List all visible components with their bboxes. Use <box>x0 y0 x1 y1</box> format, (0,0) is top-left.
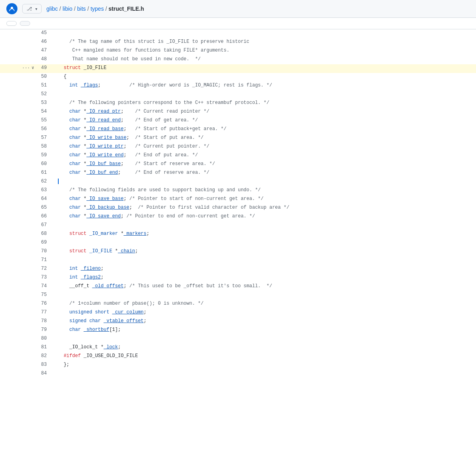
line-number[interactable]: 51 <box>36 82 52 90</box>
line-number[interactable]: 62 <box>36 178 52 186</box>
line-number[interactable]: 79 <box>36 326 52 335</box>
line-number[interactable]: 77 <box>36 309 52 317</box>
line-meta-cell <box>0 274 36 282</box>
line-number[interactable]: 49 <box>36 64 52 73</box>
line-meta-cell <box>0 248 36 256</box>
breadcrumb-sep-1: / <box>60 6 61 12</box>
line-number[interactable]: 56 <box>36 125 52 134</box>
line-meta-cell <box>0 239 36 248</box>
line-meta-cell <box>0 178 36 186</box>
line-number[interactable]: 63 <box>36 186 52 195</box>
line-number[interactable]: 69 <box>36 239 52 248</box>
line-number[interactable]: 58 <box>36 143 52 152</box>
line-code: }; <box>52 361 476 370</box>
line-number[interactable]: 60 <box>36 160 52 169</box>
line-meta-cell <box>0 317 36 326</box>
code-tab[interactable] <box>6 21 17 26</box>
line-code: _IO_lock_t *_lock; <box>52 344 476 352</box>
line-meta-cell <box>0 265 36 274</box>
line-number[interactable]: 80 <box>36 335 52 344</box>
line-code: C++ mangled names for functions taking F… <box>52 47 476 56</box>
table-row: 71 <box>0 256 476 265</box>
table-row: 66 char *_IO_save_end; /* Pointer to end… <box>0 213 476 221</box>
line-code: signed char _vtable_offset; <box>52 317 476 326</box>
line-number[interactable]: 68 <box>36 230 52 239</box>
line-meta-cell <box>0 361 36 370</box>
line-number[interactable]: 50 <box>36 73 52 82</box>
line-number[interactable]: 47 <box>36 47 52 56</box>
table-row: 74 __off_t _old_offset; /* This used to … <box>0 282 476 291</box>
line-number[interactable]: 83 <box>36 361 52 370</box>
line-code: /* The following pointers correspond to … <box>52 99 476 108</box>
line-code <box>52 221 476 230</box>
line-number[interactable]: 64 <box>36 195 52 204</box>
line-number[interactable]: 65 <box>36 204 52 213</box>
line-meta-cell <box>0 117 36 125</box>
line-code: char *_IO_buf_end; /* End of reserve are… <box>52 169 476 178</box>
table-row: 72 int _fileno; <box>0 265 476 274</box>
line-number[interactable]: 81 <box>36 344 52 352</box>
breadcrumb-bits[interactable]: bits <box>77 6 86 12</box>
table-row: 67 <box>0 221 476 230</box>
line-number[interactable]: 57 <box>36 134 52 143</box>
line-meta-cell <box>0 256 36 265</box>
line-meta-cell <box>0 47 36 56</box>
line-expand-icon[interactable]: ∨ <box>31 65 34 70</box>
table-row: 58 char *_IO_write_ptr; /* Current put p… <box>0 143 476 152</box>
line-number[interactable]: 76 <box>36 300 52 309</box>
blame-tab[interactable] <box>20 21 30 26</box>
line-dots[interactable]: ··· <box>22 65 32 70</box>
table-row: 65 char *_IO_backup_base; /* Pointer to … <box>0 204 476 213</box>
line-number[interactable]: 72 <box>36 265 52 274</box>
line-number[interactable]: 73 <box>36 274 52 282</box>
line-code <box>52 90 476 99</box>
line-code: char *_IO_save_end; /* Pointer to end of… <box>52 213 476 221</box>
line-number[interactable]: 61 <box>36 169 52 178</box>
table-row: 62 <box>0 178 476 186</box>
breadcrumb-glibc[interactable]: glibc <box>46 6 58 12</box>
table-row: 54 char *_IO_read_ptr; /* Current read p… <box>0 108 476 117</box>
line-number[interactable]: 54 <box>36 108 52 117</box>
table-row: 46 /* The tag name of this struct is _IO… <box>0 38 476 47</box>
line-number[interactable]: 71 <box>36 256 52 265</box>
breadcrumb-types[interactable]: types <box>90 6 104 12</box>
line-number[interactable]: 55 <box>36 117 52 125</box>
line-meta-cell <box>0 73 36 82</box>
line-meta-cell <box>0 143 36 152</box>
line-number[interactable]: 52 <box>36 90 52 99</box>
line-number[interactable]: 59 <box>36 152 52 160</box>
line-number[interactable]: 74 <box>36 282 52 291</box>
line-meta-cell <box>0 29 36 38</box>
breadcrumb-libio[interactable]: libio <box>63 6 73 12</box>
line-number[interactable]: 66 <box>36 213 52 221</box>
line-meta-cell <box>0 186 36 195</box>
user-avatar <box>6 3 17 14</box>
line-code: char *_IO_write_ptr; /* Current put poin… <box>52 143 476 152</box>
table-row: 81 _IO_lock_t *_lock; <box>0 344 476 352</box>
branch-selector[interactable]: ⎇ ▾ <box>22 4 42 13</box>
line-code: char _shortbuf[1]; <box>52 326 476 335</box>
line-number[interactable]: 84 <box>36 370 52 379</box>
branch-icon: ⎇ <box>27 6 32 12</box>
line-number[interactable]: 78 <box>36 317 52 326</box>
line-number[interactable]: 46 <box>36 38 52 47</box>
line-number[interactable]: 70 <box>36 248 52 256</box>
table-row: 61 char *_IO_buf_end; /* End of reserve … <box>0 169 476 178</box>
line-code: int _flags2; <box>52 274 476 282</box>
breadcrumb-current: struct_FILE.h <box>109 6 144 12</box>
line-number[interactable]: 67 <box>36 221 52 230</box>
line-meta-cell <box>0 125 36 134</box>
table-row: ···∨49 struct _IO_FILE <box>0 64 476 73</box>
line-meta-cell <box>0 326 36 335</box>
line-number[interactable]: 48 <box>36 56 52 64</box>
breadcrumb: glibc / libio / bits / types / struct_FI… <box>46 6 144 12</box>
breadcrumb-sep-3: / <box>87 6 89 12</box>
line-number[interactable]: 53 <box>36 99 52 108</box>
table-row: 83 }; <box>0 361 476 370</box>
line-meta-cell <box>0 221 36 230</box>
line-meta-cell <box>0 108 36 117</box>
line-number[interactable]: 75 <box>36 291 52 300</box>
line-number[interactable]: 45 <box>36 29 52 38</box>
line-number[interactable]: 82 <box>36 352 52 361</box>
table-row: 68 struct _IO_marker *_markers; <box>0 230 476 239</box>
